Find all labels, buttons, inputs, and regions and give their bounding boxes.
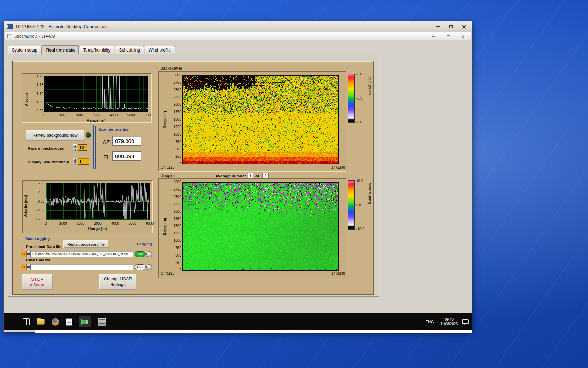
clock-date: 11/08/2023	[441, 322, 458, 327]
velocity-y-axis-label: Velocity (m/s)	[24, 187, 28, 217]
close-icon	[461, 35, 465, 39]
rays-in-background-value[interactable]: 10	[78, 144, 87, 151]
tick-label: 1000	[56, 113, 68, 117]
tick-label: -8.0	[356, 120, 362, 124]
rdp-minimize-button[interactable]	[432, 23, 443, 30]
renew-background-led	[86, 132, 91, 138]
app-maximize-button[interactable]	[443, 33, 454, 40]
average-of-label: of	[255, 174, 259, 178]
task-view-icon[interactable]	[23, 318, 30, 325]
rays-spinner[interactable]	[73, 144, 77, 151]
doppler-x-start: 1471125	[161, 272, 174, 275]
app-window-icon	[81, 319, 89, 325]
processed-logging-toggle[interactable]: ON	[135, 251, 146, 257]
tab-system-setup[interactable]: System setup	[8, 46, 42, 54]
tab-scheduling[interactable]: Scheduling	[115, 46, 144, 54]
tick-label: 0.99	[37, 109, 43, 113]
tick-label: 1.15	[37, 83, 43, 87]
labview-vi-icon	[7, 34, 12, 38]
doppler-colorbar	[348, 180, 355, 230]
snr-decrement-icon[interactable]	[73, 162, 77, 165]
tick-label: 250	[175, 155, 181, 158]
stop-button-line1: STOP	[31, 277, 43, 282]
elevation-value: 000.098	[112, 151, 141, 161]
tick-label: 1000	[174, 132, 181, 136]
tick-label: 500	[175, 147, 181, 151]
tick-label: 1500	[174, 224, 181, 228]
ascope-x-axis-label: Range (m)	[44, 118, 148, 122]
language-indicator[interactable]: ENG	[423, 318, 436, 326]
tick-label: 2.50	[38, 190, 44, 194]
processed-drive-letter[interactable]: C	[21, 251, 26, 257]
average-total-value[interactable]: 1	[262, 173, 269, 179]
tick-label: 0.00	[38, 199, 44, 203]
tick-label: 1000	[57, 222, 69, 225]
tick-label: 5000	[127, 222, 139, 225]
rays-increment-icon[interactable]	[73, 144, 77, 148]
raw-file-path-field[interactable]	[31, 264, 133, 270]
rdp-window-title: 192.168.0.122 - Remote Desktop Connectio…	[15, 24, 107, 29]
snr-increment-icon[interactable]	[73, 158, 77, 162]
velocity-plot-canvas	[46, 183, 149, 220]
document-app-icon[interactable]	[66, 318, 72, 326]
scan-scheduler-icon[interactable]	[98, 318, 106, 326]
processed-path-browse-icon[interactable]	[26, 251, 31, 257]
raw-logging-toggle[interactable]: OFF	[135, 264, 146, 270]
tick-label: 0	[38, 113, 50, 117]
tab-real-time-data[interactable]: Real time data	[42, 45, 79, 54]
tick-label: 2500	[174, 88, 181, 92]
restart-processed-file-button[interactable]: Restart processed file	[63, 240, 108, 248]
app-close-button[interactable]	[458, 33, 468, 40]
azimuth-label: AZ	[103, 139, 110, 146]
raw-logging-toggle-knob[interactable]	[146, 264, 152, 270]
clock-time: 09:40	[441, 317, 458, 322]
average-number-value[interactable]: 1	[247, 173, 253, 179]
tick-label: 0	[40, 222, 52, 225]
data-logging-title: Data Logging	[25, 237, 50, 241]
tick-label: 2250	[174, 95, 181, 99]
scanner-position-group: Scanner position AZ 079.000 EL 000.098	[95, 126, 153, 169]
tick-label: 0.0	[356, 203, 361, 207]
rdp-titlebar[interactable]: 192.168.0.122 - Remote Desktop Connectio…	[4, 21, 472, 32]
tick-label: 3000	[174, 180, 181, 184]
notification-center-icon[interactable]	[462, 319, 469, 324]
taskbar-clock[interactable]: 09:40 11/08/2023	[441, 317, 458, 327]
app-window: StreamLine XR v14-6.vi System setupReal …	[5, 32, 471, 313]
raw-drive-letter[interactable]: C	[21, 264, 26, 270]
rdp-close-button[interactable]	[459, 23, 469, 30]
doppler-colorbar-label: Velocity (m/s)	[368, 183, 372, 225]
rays-decrement-icon[interactable]	[73, 148, 77, 151]
change-lidar-settings-button[interactable]: Change LiDAR Settings	[99, 274, 136, 290]
firefox-icon[interactable]	[52, 318, 59, 326]
backscatter-y-ticks: 3000275025002250200017501500125010007505…	[167, 73, 181, 166]
velocity-plot-area	[46, 183, 150, 220]
tick-label: 750	[175, 140, 181, 144]
renew-background-label: Renew background now	[33, 133, 78, 138]
snr-spinner[interactable]	[73, 158, 77, 165]
backscatter-plot-frame: Range (m) 300027502500225020001750150012…	[158, 71, 346, 172]
background-controls-group: Renew background now Rays in background …	[22, 125, 94, 169]
rdp-maximize-button[interactable]	[446, 23, 456, 30]
app-titlebar[interactable]: StreamLine XR v14-6.vi	[5, 32, 471, 40]
tick-label: 2250	[174, 202, 181, 206]
raw-path-browse-icon[interactable]	[26, 264, 31, 270]
ascope-plot-area	[44, 76, 148, 112]
processed-data-file-label: Processed Data file	[26, 245, 62, 249]
stop-software-button[interactable]: STOP software	[22, 274, 53, 290]
tab-wind-profile[interactable]: Wind profile	[145, 46, 175, 54]
data-logging-group: Data Logging Processed Data file Restart…	[19, 236, 153, 272]
file-explorer-icon[interactable]	[37, 319, 45, 325]
app-minimize-button[interactable]	[428, 33, 439, 40]
tick-label: 2500	[174, 195, 181, 199]
tab-temp-humidity[interactable]: Temp/humidity	[79, 46, 114, 54]
display-snr-threshold-label: Display SNR threshold	[28, 160, 69, 164]
remote-session-screen: StreamLine XR v14-6.vi System setupReal …	[4, 32, 472, 332]
tick-label: 500	[175, 253, 181, 257]
remote-taskbar: ENG 09:40 11/08/2023	[4, 313, 472, 330]
display-snr-threshold-value[interactable]: 1	[78, 158, 89, 165]
streamline-app-taskbar-icon[interactable]	[79, 316, 91, 327]
renew-background-button[interactable]: Renew background now	[26, 130, 84, 141]
processed-file-path-field[interactable]: C:\Lidar\Data\Proc\2023\202308\20230811\…	[31, 251, 133, 257]
processed-logging-toggle-knob[interactable]	[146, 251, 152, 257]
tick-label: 2000	[75, 222, 86, 225]
